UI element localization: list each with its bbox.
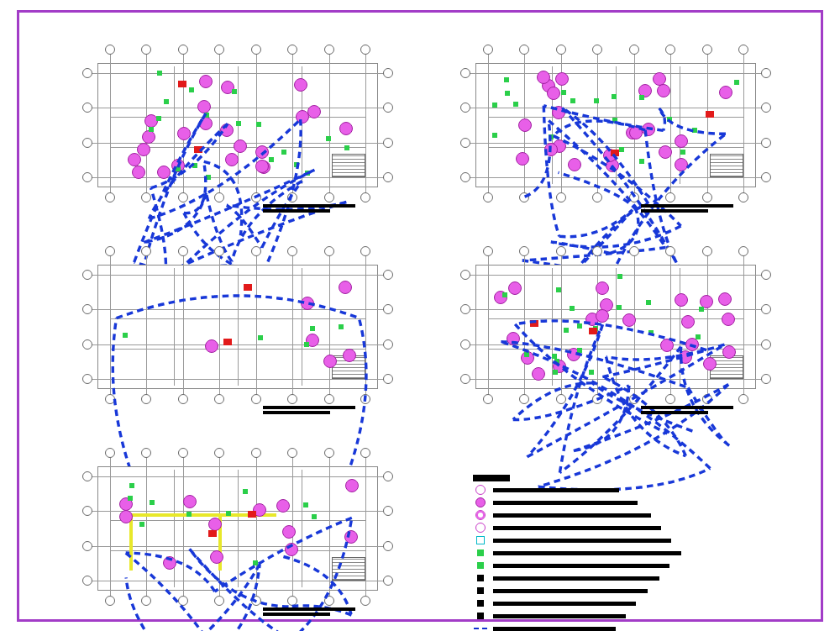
lighting-fixture-icon xyxy=(255,160,269,173)
lighting-fixture-icon xyxy=(629,126,643,139)
lighting-fixture-icon xyxy=(208,518,222,531)
grid-bubble xyxy=(178,596,188,606)
lighting-fixture-icon xyxy=(197,100,211,113)
grid-bubble xyxy=(141,394,151,404)
legend-label: Ceiling light outlet xyxy=(493,488,619,492)
lighting-fixture-icon xyxy=(142,130,155,144)
interior-wall xyxy=(174,268,175,386)
grid-bubble xyxy=(460,138,470,148)
panelboard-icon xyxy=(178,81,186,87)
grid-bubble xyxy=(761,103,771,113)
grid-line xyxy=(634,50,635,194)
plan-subtitle-bar xyxy=(263,613,330,616)
lighting-fixture-icon xyxy=(681,315,695,329)
switch-icon xyxy=(556,287,561,292)
grid-bubble xyxy=(251,192,261,202)
switch-icon xyxy=(258,335,263,340)
grid-line xyxy=(292,251,293,396)
grid-bubble xyxy=(738,246,748,256)
grid-bubble xyxy=(761,339,771,350)
switch-icon xyxy=(577,348,582,353)
grid-bubble xyxy=(141,596,151,606)
switch-icon xyxy=(294,162,299,167)
grid-bubble xyxy=(324,596,334,606)
switch-icon xyxy=(561,90,566,95)
grid-line xyxy=(597,50,598,194)
switch-icon xyxy=(524,352,529,357)
switch-icon xyxy=(129,483,134,488)
grid-bubble xyxy=(761,68,771,78)
grid-bubble xyxy=(287,394,297,404)
legend-label: Pinlight / downlight xyxy=(493,501,638,505)
lighting-fixture-icon xyxy=(552,106,565,119)
grid-bubble xyxy=(556,394,566,404)
lighting-fixture-icon xyxy=(199,75,213,88)
drawing-sheet: GROUND FLOOR PLAN — LIGHTING GROUND FLOO… xyxy=(17,10,823,622)
interior-wall xyxy=(174,470,175,587)
interior-wall xyxy=(488,349,743,350)
lighting-fixture-icon xyxy=(276,499,290,513)
panelboard-icon xyxy=(611,150,619,156)
switch-icon xyxy=(189,87,194,92)
grid-bubble xyxy=(141,45,151,55)
grid-bubble xyxy=(383,576,393,586)
switch-icon xyxy=(667,117,672,122)
grid-bubble xyxy=(251,394,261,404)
interior-wall xyxy=(238,470,239,587)
grid-bubble xyxy=(178,394,188,404)
grid-bubble xyxy=(324,246,334,256)
grid-bubble xyxy=(761,138,771,148)
grid-bubble xyxy=(214,246,224,256)
grid-bubble xyxy=(360,596,370,606)
switch-icon xyxy=(310,326,315,331)
switch-icon xyxy=(157,71,162,76)
switch-icon xyxy=(619,147,624,152)
grid-line xyxy=(183,50,184,194)
grid-line xyxy=(329,251,330,396)
lighting-fixture-icon xyxy=(205,339,218,353)
switch-icon xyxy=(253,560,258,565)
grid-line xyxy=(183,453,184,597)
grid-bubble xyxy=(519,394,529,404)
grid-bubble xyxy=(665,192,675,202)
lighting-fixture-icon xyxy=(660,339,674,352)
grid-bubble xyxy=(383,172,393,182)
interior-wall xyxy=(302,470,302,587)
lighting-fixture-icon xyxy=(285,543,298,556)
grid-bubble xyxy=(82,374,92,384)
grid-line xyxy=(488,50,489,194)
interior-wall xyxy=(616,268,617,386)
grid-bubble xyxy=(82,270,92,280)
lighting-fixture-icon xyxy=(622,313,636,327)
legend-row: Pinlight / downlight xyxy=(473,497,691,507)
lighting-fixture-icon xyxy=(544,143,558,156)
switch-icon xyxy=(123,333,128,338)
switch-icon xyxy=(554,359,559,364)
legend-label: Air-conditioning outlet xyxy=(493,602,636,606)
switch-icon xyxy=(281,150,286,155)
lighting-fixture-icon xyxy=(296,110,309,124)
legend-row: Ceiling light outlet xyxy=(473,485,691,495)
switch-icon xyxy=(164,99,169,104)
lighting-fixture-icon xyxy=(507,332,520,345)
lighting-fixture-icon xyxy=(344,530,358,544)
grid-bubble xyxy=(665,246,675,256)
lighting-fixture-icon xyxy=(307,105,321,118)
grid-bubble xyxy=(519,192,529,202)
grid-line xyxy=(743,50,744,194)
lighting-fixture-icon xyxy=(177,127,191,140)
legend-label: Range outlet xyxy=(493,614,626,618)
legend-symbol-square-black xyxy=(473,611,488,621)
grid-bubble xyxy=(105,246,115,256)
switch-icon xyxy=(549,134,554,139)
lighting-fixture-icon xyxy=(137,143,150,156)
grid-bubble xyxy=(105,394,115,404)
grid-line xyxy=(524,251,525,396)
legend-row: Three-way switch xyxy=(473,560,691,571)
switch-icon xyxy=(505,91,510,96)
grid-line xyxy=(743,251,744,396)
switch-icon xyxy=(734,80,739,85)
plan-title: GROUND FLOOR PLAN — POWER xyxy=(641,204,733,208)
legend-symbol-circle-double-magenta xyxy=(473,510,488,520)
grid-bubble xyxy=(592,246,602,256)
